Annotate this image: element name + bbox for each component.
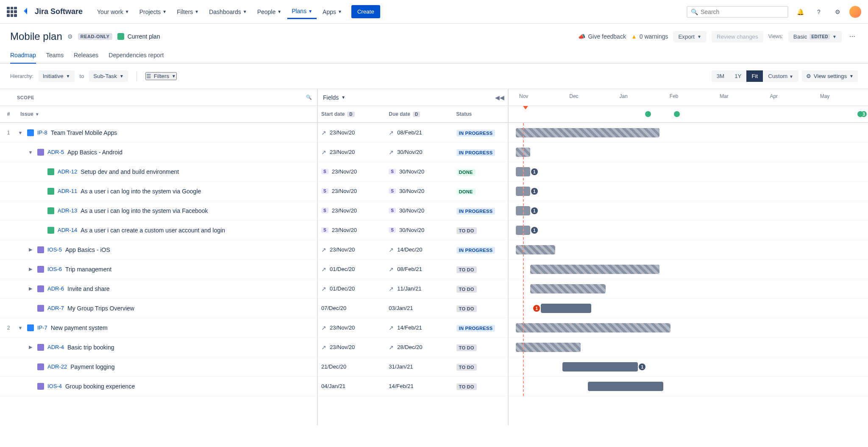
issue-key[interactable]: IP-7 [37, 324, 47, 331]
nav-item-apps[interactable]: Apps▼ [318, 4, 346, 19]
due-date-cell[interactable]: ↗11/Jan/21 [385, 285, 453, 292]
start-date-cell[interactable]: ↗23/Nov/20 [318, 246, 385, 253]
create-button[interactable]: Create [351, 5, 380, 18]
issue-key[interactable]: ADR-6 [47, 285, 64, 292]
app-switcher-icon[interactable] [7, 7, 17, 17]
collapse-columns-icon[interactable]: ◀◀ [495, 94, 504, 101]
dependency-count-badge[interactable]: 1 [531, 168, 538, 175]
hierarchy-to-select[interactable]: Sub-Task ▼ [89, 70, 128, 82]
view-settings-button[interactable]: ⚙ View settings ▼ [802, 70, 858, 82]
views-selector[interactable]: Basic EDITED ▼ [788, 31, 842, 42]
issue-header[interactable]: Issue ▼ [17, 111, 317, 117]
issue-key[interactable]: ADR-22 [47, 363, 67, 370]
issue-key[interactable]: IOS-5 [47, 246, 62, 253]
start-date-cell[interactable]: 21/Dec/20 [318, 363, 385, 370]
scope-row[interactable]: ▶ IOS-6 Trip management [0, 260, 317, 279]
issue-key[interactable]: ADR-12 [58, 168, 77, 175]
start-date-cell[interactable]: 04/Jan/21 [318, 383, 385, 389]
due-date-cell[interactable]: 03/Jan/21 [385, 305, 453, 311]
zoom-custom[interactable]: Custom ▼ [763, 70, 798, 82]
issue-key[interactable]: ADR-11 [58, 188, 77, 194]
tab-roadmap[interactable]: Roadmap [10, 47, 36, 64]
status-cell[interactable]: DONE [453, 168, 508, 175]
release-marker[interactable] [645, 111, 651, 117]
search-scope-icon[interactable]: 🔍 [306, 95, 312, 100]
release-marker[interactable] [674, 111, 680, 117]
zoom-fit[interactable]: Fit [746, 70, 763, 82]
give-feedback-button[interactable]: 📣 Give feedback [578, 33, 626, 40]
issue-key[interactable]: IOS-6 [47, 266, 62, 272]
timeline-bar[interactable]: 1 [562, 362, 638, 372]
help-icon[interactable]: ? [812, 5, 826, 19]
dependency-count-badge[interactable]: 1 [531, 227, 538, 234]
zoom-1y[interactable]: 1Y [729, 70, 746, 82]
warnings-button[interactable]: ▲ 0 warnings [631, 33, 668, 40]
product-logo[interactable]: Jira Software [22, 7, 83, 17]
due-date-cell[interactable]: S30/Nov/20 [385, 207, 453, 214]
issue-key[interactable]: ADR-14 [58, 227, 77, 233]
scope-row[interactable]: ▶ ADR-4 Basic trip booking [0, 338, 317, 357]
scope-row[interactable]: ADR-12 Setup dev and and build environme… [0, 162, 317, 182]
scope-row[interactable]: 2 ▼ IP-7 New payment system [0, 318, 317, 338]
status-cell[interactable]: TO DO [453, 363, 508, 370]
release-count-badge[interactable]: 3 [861, 111, 867, 117]
expand-caret[interactable]: ▶ [27, 247, 34, 252]
status-cell[interactable]: IN PROGRESS [453, 246, 508, 253]
settings-icon[interactable]: ⚙ [831, 5, 844, 19]
status-cell[interactable]: IN PROGRESS [453, 149, 508, 156]
status-cell[interactable]: TO DO [453, 266, 508, 273]
timeline-bar[interactable] [516, 128, 659, 137]
expand-caret[interactable]: ▶ [27, 286, 34, 291]
scope-row[interactable]: ADR-11 As a user i can log into the syst… [0, 182, 317, 201]
issue-key[interactable]: ADR-7 [47, 305, 64, 311]
dependency-count-badge[interactable]: 1 [531, 188, 538, 195]
status-cell[interactable]: DONE [453, 188, 508, 195]
nav-item-filters[interactable]: Filters▼ [172, 4, 203, 19]
timeline-bar[interactable] [588, 382, 663, 391]
more-menu-icon[interactable]: ⋯ [847, 31, 858, 42]
due-date-cell[interactable]: ↗08/Feb/21 [385, 129, 453, 136]
scope-row[interactable]: ▼ ADR-5 App Basics - Android [0, 142, 317, 162]
dependency-count-badge[interactable]: 1 [531, 207, 538, 214]
nav-item-plans[interactable]: Plans▼ [287, 4, 317, 19]
timeline-bar[interactable] [516, 245, 555, 254]
dependency-count-badge[interactable]: 1 [639, 363, 645, 370]
scope-row[interactable]: 1 ▼ IP-8 Team Travel Mobile Apps [0, 123, 317, 142]
nav-item-your-work[interactable]: Your work▼ [93, 4, 134, 19]
zoom-3m[interactable]: 3M [712, 70, 730, 82]
start-date-cell[interactable]: ↗01/Dec/20 [318, 266, 385, 273]
scope-row[interactable]: ADR-22 Payment logging [0, 357, 317, 377]
status-cell[interactable]: TO DO [453, 344, 508, 351]
notifications-icon[interactable]: 🔔 [793, 5, 807, 19]
review-changes-button[interactable]: Review changes [712, 31, 763, 42]
due-date-cell[interactable]: ↗14/Feb/21 [385, 324, 453, 331]
fields-header[interactable]: Fields ▼ [318, 94, 345, 101]
scope-row[interactable]: IOS-4 Group booking experience [0, 377, 317, 396]
start-date-cell[interactable]: ↗23/Nov/20 [318, 344, 385, 351]
avatar[interactable] [849, 6, 861, 18]
scope-row[interactable]: ADR-13 As a user i can log into the syst… [0, 201, 317, 221]
issue-key[interactable]: IOS-4 [47, 383, 62, 389]
search-box[interactable]: 🔍 [687, 6, 788, 18]
tab-teams[interactable]: Teams [46, 47, 64, 64]
status-cell[interactable]: TO DO [453, 305, 508, 312]
due-date-cell[interactable]: 31/Jan/21 [385, 363, 453, 370]
status-cell[interactable]: IN PROGRESS [453, 129, 508, 136]
issue-key[interactable]: ADR-5 [47, 149, 64, 155]
start-date-cell[interactable]: ↗23/Nov/20 [318, 129, 385, 136]
due-date-cell[interactable]: S30/Nov/20 [385, 168, 453, 175]
due-date-cell[interactable]: ↗08/Feb/21 [385, 266, 453, 273]
nav-item-projects[interactable]: Projects▼ [135, 4, 171, 19]
status-cell[interactable]: TO DO [453, 383, 508, 390]
due-date-cell[interactable]: S30/Nov/20 [385, 227, 453, 233]
hierarchy-from-select[interactable]: Initiative ▼ [39, 70, 75, 82]
issue-key[interactable]: ADR-13 [58, 207, 77, 214]
expand-caret[interactable]: ▼ [27, 150, 34, 155]
filters-button[interactable]: ☰ Filters ▼ [145, 72, 177, 80]
timeline-bar[interactable] [516, 323, 670, 332]
start-date-cell[interactable]: S23/Nov/20 [318, 207, 385, 214]
tab-dependencies-report[interactable]: Dependencies report [108, 47, 164, 64]
scope-row[interactable]: ▶ ADR-6 Invite and share [0, 279, 317, 299]
timeline-bar[interactable] [530, 284, 606, 293]
start-date-cell[interactable]: 07/Dec/20 [318, 305, 385, 311]
